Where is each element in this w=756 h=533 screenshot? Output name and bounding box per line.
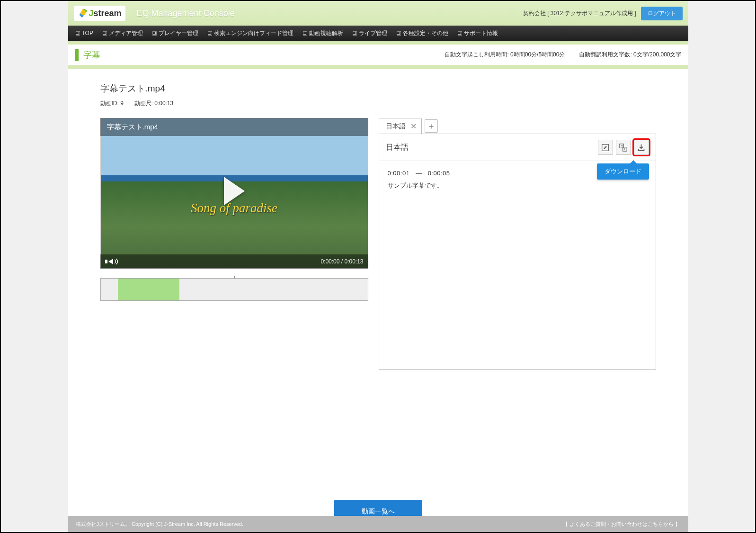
logo-icon bbox=[78, 8, 88, 18]
nav-item-feed[interactable]: 検索エンジン向けフィード管理 bbox=[205, 29, 296, 37]
nav-bar: TOP メディア管理 プレイヤー管理 検索エンジン向けフィード管理 動画視聴解析… bbox=[68, 26, 688, 41]
main-content: 字幕テスト.mp4 動画ID: 9 動画尺: 0:00:13 字幕テスト.mp4… bbox=[68, 69, 688, 532]
translate-icon: 文A bbox=[619, 144, 627, 152]
logout-button[interactable]: ログアウト bbox=[641, 7, 683, 20]
logo[interactable]: Jstream bbox=[74, 6, 125, 21]
meta-id-value: 9 bbox=[120, 100, 124, 107]
plus-icon: ＋ bbox=[427, 120, 436, 132]
subtitle-panel: 日本語 文A ダウンロード 0:00:01 bbox=[379, 134, 656, 370]
nav-label: ライブ管理 bbox=[359, 29, 387, 37]
panel-title: 日本語 bbox=[386, 143, 595, 153]
video-controls: 0:00:00 / 0:00:13 bbox=[100, 254, 368, 269]
panel-header: 日本語 文A bbox=[379, 134, 656, 161]
contract-label: 契約会社 [ 3012:テクサポマニュアル作成用 ] bbox=[523, 9, 636, 18]
nav-marker-icon bbox=[103, 31, 107, 36]
subtitle-text: サンプル字幕です。 bbox=[388, 181, 647, 190]
footer-copyright: 株式会社Jストリーム。 Copyright (C) J-Stream Inc. … bbox=[76, 521, 244, 528]
video-player[interactable]: 字幕テスト.mp4 Song of paradise 0:00:00 / 0:0… bbox=[100, 118, 368, 269]
usage-transcribe: 自動文字起こし利用時間: 0時間00分/5時間00分 bbox=[445, 51, 565, 59]
logo-text: Jstream bbox=[89, 9, 122, 18]
divider-strip bbox=[68, 65, 688, 69]
volume-icon[interactable] bbox=[105, 258, 120, 265]
svg-text:A: A bbox=[623, 148, 625, 151]
nav-label: 動画視聴解析 bbox=[309, 29, 343, 37]
nav-item-analytics[interactable]: 動画視聴解析 bbox=[300, 29, 346, 37]
nav-marker-icon bbox=[152, 31, 157, 36]
nav-item-media[interactable]: メディア管理 bbox=[100, 29, 146, 37]
nav-marker-icon bbox=[397, 31, 401, 36]
nav-marker-icon bbox=[76, 31, 80, 36]
subtitle-column: 日本語 ✕ ＋ 日本語 文A bbox=[379, 118, 656, 370]
title-accent bbox=[75, 49, 79, 61]
file-meta: 動画ID: 9 動画尺: 0:00:13 bbox=[100, 99, 656, 108]
time-start: 0:00:01 bbox=[388, 170, 410, 177]
divider-strip bbox=[68, 41, 688, 45]
time-dash bbox=[416, 173, 422, 174]
nav-label: メディア管理 bbox=[109, 29, 143, 37]
meta-duration-label: 動画尺: bbox=[134, 100, 153, 107]
nav-marker-icon bbox=[458, 31, 462, 36]
nav-marker-icon bbox=[208, 31, 212, 36]
usage-translate: 自動翻訳利用文字数: 0文字/200,000文字 bbox=[579, 51, 681, 59]
footer-faq-link[interactable]: 【 よくあるご質問・お問い合わせはこちらから 】 bbox=[563, 521, 680, 528]
download-tooltip: ダウンロード bbox=[597, 163, 649, 180]
tabs-row: 日本語 ✕ ＋ bbox=[379, 118, 656, 134]
download-button[interactable] bbox=[634, 140, 649, 155]
nav-label: TOP bbox=[82, 30, 93, 36]
page-title-row: 字幕 自動文字起こし利用時間: 0時間00分/5時間00分 自動翻訳利用文字数:… bbox=[68, 45, 688, 65]
footer: 株式会社Jストリーム。 Copyright (C) J-Stream Inc. … bbox=[68, 516, 688, 532]
meta-duration-value: 0:00:13 bbox=[154, 100, 173, 107]
meta-id-label: 動画ID: bbox=[100, 100, 119, 107]
timeline-segment[interactable] bbox=[118, 279, 179, 300]
nav-label: サポート情報 bbox=[464, 29, 498, 37]
video-column: 字幕テスト.mp4 Song of paradise 0:00:00 / 0:0… bbox=[100, 118, 368, 301]
edit-icon bbox=[601, 144, 609, 152]
tab-japanese[interactable]: 日本語 ✕ bbox=[379, 118, 422, 134]
nav-label: 検索エンジン向けフィード管理 bbox=[214, 29, 294, 37]
header-bar: Jstream EQ Management Console 契約会社 [ 301… bbox=[68, 1, 688, 26]
time-end: 0:00:05 bbox=[428, 170, 450, 177]
download-icon bbox=[637, 144, 645, 152]
translate-button[interactable]: 文A bbox=[616, 140, 631, 155]
nav-item-support[interactable]: サポート情報 bbox=[455, 29, 501, 37]
subtitle-timeline[interactable] bbox=[100, 278, 368, 301]
nav-marker-icon bbox=[353, 31, 357, 36]
nav-item-settings[interactable]: 各種設定・その他 bbox=[394, 29, 451, 37]
edit-button[interactable] bbox=[598, 140, 613, 155]
nav-item-top[interactable]: TOP bbox=[73, 30, 96, 36]
file-name: 字幕テスト.mp4 bbox=[100, 82, 656, 95]
nav-item-player[interactable]: プレイヤー管理 bbox=[150, 29, 201, 37]
console-title: EQ Management Console bbox=[137, 9, 235, 18]
nav-marker-icon bbox=[303, 31, 307, 36]
add-tab-button[interactable]: ＋ bbox=[425, 119, 438, 133]
close-icon[interactable]: ✕ bbox=[410, 122, 417, 131]
video-caption: Song of paradise bbox=[191, 201, 277, 216]
page-title: 字幕 bbox=[83, 49, 100, 61]
nav-label: プレイヤー管理 bbox=[159, 29, 198, 37]
video-title-overlay: 字幕テスト.mp4 bbox=[100, 118, 368, 136]
video-time: 0:00:00 / 0:00:13 bbox=[320, 258, 363, 265]
nav-item-live[interactable]: ライブ管理 bbox=[350, 29, 390, 37]
nav-label: 各種設定・その他 bbox=[403, 29, 448, 37]
tab-label: 日本語 bbox=[386, 122, 406, 131]
